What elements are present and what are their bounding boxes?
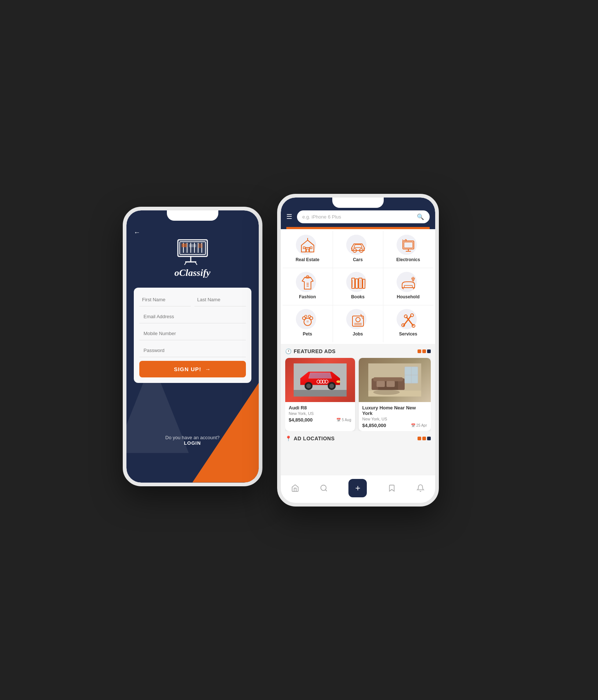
svg-rect-16 [303, 247, 305, 249]
ad-car-price: $4,850,000 [289, 417, 313, 423]
search-bar[interactable]: e.g. iPhone 6 Plus 🔍 [297, 210, 430, 223]
category-real-estate[interactable]: Real Estate [283, 231, 333, 268]
nav-notifications[interactable] [416, 484, 425, 492]
category-jobs[interactable]: Jobs [333, 305, 383, 342]
arrow-icon: → [205, 366, 211, 372]
household-icon [399, 274, 418, 291]
svg-rect-15 [307, 249, 309, 252]
svg-point-64 [306, 383, 311, 388]
category-fashion[interactable]: Fashion [283, 268, 333, 305]
nav-home[interactable] [291, 484, 299, 492]
loc-dot-3 [427, 437, 431, 440]
category-pets[interactable]: Pets [283, 305, 333, 342]
svg-point-66 [329, 383, 334, 388]
svg-rect-10 [198, 244, 203, 248]
ad-card-home[interactable]: Luxury Home Near New York New York, US $… [359, 358, 431, 431]
svg-rect-72 [294, 390, 347, 397]
category-household[interactable]: Household [383, 268, 433, 305]
jobs-icon-container [347, 311, 369, 329]
svg-rect-9 [189, 244, 196, 247]
svg-rect-37 [363, 279, 365, 288]
pets-icon [298, 312, 317, 328]
svg-point-67 [336, 380, 340, 383]
first-name-input[interactable] [139, 293, 191, 306]
ad-car-title: Audi R8 [289, 405, 351, 411]
ad-locations-section: 📍 AD LOCATIONS [281, 431, 435, 441]
category-books[interactable]: Books [333, 268, 383, 305]
dot-2 [422, 349, 426, 353]
svg-point-52 [356, 317, 360, 322]
featured-nav-dots[interactable] [418, 349, 431, 353]
svg-point-28 [405, 239, 407, 241]
svg-rect-34 [352, 278, 355, 288]
power-btn [262, 277, 262, 295]
logo-icon [174, 236, 211, 266]
svg-line-86 [325, 490, 327, 491]
category-electronics[interactable]: Electronics [383, 231, 433, 268]
services-icon-container [397, 311, 419, 329]
header-top: ☰ e.g. iPhone 6 Plus 🔍 [286, 210, 430, 223]
calendar-icon: 📅 [336, 418, 341, 422]
calendar-icon-2: 📅 [411, 423, 415, 427]
fashion-label: Fashion [299, 294, 316, 299]
password-row [139, 344, 246, 357]
real-estate-icon-container [297, 237, 319, 255]
pets-icon-container [297, 311, 319, 329]
category-cars[interactable]: Cars [333, 231, 383, 268]
password-input[interactable] [139, 344, 246, 357]
scroll-area: Real Estate [281, 229, 435, 475]
email-input[interactable] [139, 310, 246, 323]
ad-home-info: Luxury Home Near New York New York, US $… [359, 402, 431, 431]
ad-home-image [359, 358, 431, 402]
jobs-label: Jobs [352, 331, 363, 337]
pets-label: Pets [303, 331, 312, 337]
car-illustration [291, 363, 350, 397]
home-illustration [365, 363, 424, 397]
locations-title: 📍 AD LOCATIONS [285, 436, 335, 441]
ad-card-car[interactable]: Audi R8 New York, US $4,850,000 📅 5 Aug [285, 358, 355, 431]
app-header: ☰ e.g. iPhone 6 Plus 🔍 [281, 198, 435, 229]
search-icon[interactable]: 🔍 [417, 213, 424, 220]
bell-nav-icon [416, 484, 425, 492]
menu-icon[interactable]: ☰ [286, 213, 292, 221]
name-row [139, 293, 246, 306]
cars-label: Cars [353, 257, 363, 262]
login-prompt-text: Do you have an account? [126, 435, 259, 440]
nav-add-button[interactable]: + [348, 479, 367, 497]
main-phone: ☰ e.g. iPhone 6 Plus 🔍 [277, 194, 439, 507]
back-arrow-icon[interactable]: ← [134, 229, 140, 237]
svg-point-85 [321, 485, 326, 490]
ad-car-image [285, 358, 355, 402]
last-name-input[interactable] [194, 293, 246, 306]
books-icon-container [347, 274, 369, 292]
mobile-input[interactable] [139, 327, 246, 340]
login-link[interactable]: LOGIN [126, 440, 259, 446]
mobile-row [139, 327, 246, 340]
login-section: Do you have an account? LOGIN [126, 435, 259, 446]
locations-nav-dots[interactable] [418, 437, 431, 440]
loc-dot-1 [418, 437, 421, 440]
ad-home-price-row: $4,850,000 📅 25 Apr [362, 423, 427, 428]
svg-rect-17 [310, 247, 312, 249]
ads-scroll-container: Audi R8 New York, US $4,850,000 📅 5 Aug [285, 358, 431, 431]
plus-icon: + [355, 484, 360, 493]
bookmark-nav-icon [388, 484, 396, 492]
app-logo-text: oClassify [174, 267, 210, 278]
ad-home-title: Luxury Home Near New York [362, 405, 427, 416]
locations-header: 📍 AD LOCATIONS [285, 436, 431, 441]
signup-content: ← [126, 210, 259, 483]
ad-car-location: New York, US [289, 411, 351, 416]
fashion-icon-container [297, 274, 319, 292]
search-placeholder: e.g. iPhone 6 Plus [302, 214, 341, 220]
svg-rect-78 [376, 381, 385, 387]
category-services[interactable]: Services [383, 305, 433, 342]
categories-section: Real Estate [281, 229, 435, 344]
ad-home-price: $4,850,000 [362, 423, 386, 428]
clock-icon: 🕐 [285, 348, 292, 354]
bottom-nav: + [281, 475, 435, 503]
dot-3 [427, 349, 431, 353]
cars-icon [349, 237, 367, 254]
nav-search[interactable] [320, 484, 328, 492]
signup-button[interactable]: SIGN UP! → [139, 361, 246, 377]
nav-bookmark[interactable] [388, 484, 396, 492]
